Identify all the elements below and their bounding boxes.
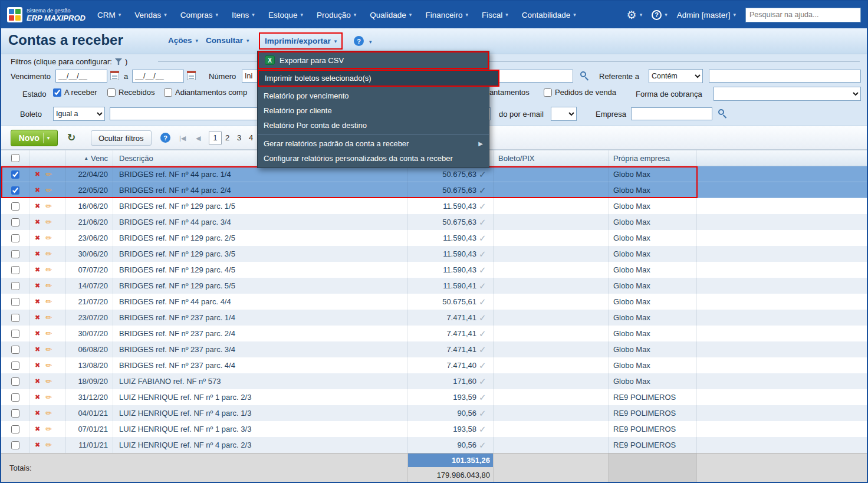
help-search-input[interactable]: [745, 8, 861, 22]
refresh-icon[interactable]: ↻: [67, 132, 75, 144]
edit-icon[interactable]: ✏: [45, 234, 52, 242]
table-row[interactable]: ✖✏30/06/20BRIDGES ref. NF nº 129 parc. 3…: [1, 246, 867, 262]
settings-menu[interactable]: ⚙▾: [627, 9, 643, 21]
row-checkbox[interactable]: [11, 170, 19, 179]
delete-icon[interactable]: ✖: [35, 441, 40, 449]
edit-icon[interactable]: ✏: [45, 265, 52, 274]
page-link[interactable]: 3: [237, 133, 241, 142]
novo-button[interactable]: Novo ▾: [11, 130, 58, 146]
search-icon[interactable]: [580, 71, 586, 77]
menu-item[interactable]: Gerar relatórios padrão da conta a receb…: [258, 134, 489, 151]
imprimir-exportar-menu[interactable]: Imprimir/exportar▾: [259, 32, 343, 50]
row-checkbox[interactable]: [11, 425, 19, 433]
topnav-menu-fiscal[interactable]: Fiscal▾: [482, 11, 508, 19]
page-link[interactable]: 2: [225, 133, 229, 142]
header-boleto[interactable]: Boleto/PIX: [494, 150, 609, 166]
topnav-menu-financeiro[interactable]: Financeiro▾: [425, 11, 468, 19]
page-link[interactable]: 4: [249, 133, 253, 142]
topnav-menu-estoque[interactable]: Estoque▾: [268, 11, 303, 19]
edit-icon[interactable]: ✏: [45, 281, 52, 290]
row-checkbox[interactable]: [11, 362, 19, 370]
prev-page-icon[interactable]: ◀: [196, 134, 200, 142]
current-page[interactable]: 1: [209, 132, 222, 144]
edit-icon[interactable]: ✏: [45, 425, 52, 433]
app-logo[interactable]: Sistema de gestão ERP MAXIPROD: [7, 7, 86, 22]
row-checkbox[interactable]: [11, 266, 19, 274]
topnav-menu-qualidade[interactable]: Qualidade▾: [370, 11, 412, 19]
email-select[interactable]: [551, 107, 577, 121]
estado-option[interactable]: Pedidos de venda: [544, 88, 616, 97]
edit-icon[interactable]: ✏: [45, 441, 52, 449]
first-page-icon[interactable]: |◀: [179, 134, 186, 142]
estado-checkbox[interactable]: [107, 88, 116, 97]
ocultar-filtros-button[interactable]: Ocultar filtros: [91, 130, 152, 146]
calendar-icon[interactable]: [187, 71, 196, 80]
table-row[interactable]: ✖✏07/01/21LUIZ HENRIQUE ref. NF nº 1 par…: [1, 421, 867, 437]
edit-icon[interactable]: ✏: [45, 361, 52, 370]
delete-icon[interactable]: ✖: [35, 314, 40, 321]
referente-select[interactable]: Contém: [649, 69, 703, 83]
estado-checkbox[interactable]: [53, 88, 61, 97]
header-empresa[interactable]: Própria empresa: [609, 150, 697, 166]
filters-legend[interactable]: Filtros (clique para configurar: ): [11, 57, 127, 66]
table-row[interactable]: ✖✏06/08/20BRIDGES ref. NF nº 237 parc. 3…: [1, 341, 867, 357]
empresa-input[interactable]: [631, 107, 712, 120]
delete-icon[interactable]: ✖: [35, 202, 40, 210]
delete-icon[interactable]: ✖: [35, 218, 40, 226]
delete-icon[interactable]: ✖: [35, 393, 40, 401]
table-row[interactable]: ✖✏16/06/20BRIDGES ref. NF nº 129 parc. 1…: [1, 198, 867, 214]
admin-menu[interactable]: Admin [master]▾: [677, 11, 736, 19]
table-row[interactable]: ✖✏22/05/20BRIDGES ref. NF nº 44 parc. 2/…: [1, 182, 867, 198]
edit-icon[interactable]: ✏: [45, 202, 52, 211]
table-row[interactable]: ✖✏18/09/20LUIZ FABIANO ref. NF nº 573171…: [1, 373, 867, 389]
delete-icon[interactable]: ✖: [35, 330, 40, 337]
table-row[interactable]: ✖✏31/12/20LUIZ HENRIQUE ref. NF nº 1 par…: [1, 389, 867, 405]
row-checkbox[interactable]: [11, 314, 19, 322]
header-venc[interactable]: ▲Venc: [66, 150, 113, 166]
edit-icon[interactable]: ✏: [45, 393, 52, 402]
edit-icon[interactable]: ✏: [45, 170, 52, 179]
row-checkbox[interactable]: [11, 218, 19, 226]
delete-icon[interactable]: ✖: [35, 234, 40, 242]
row-checkbox[interactable]: [11, 409, 19, 418]
table-row[interactable]: ✖✏23/07/20BRIDGES ref. NF nº 237 parc. 1…: [1, 310, 867, 326]
acoes-menu[interactable]: Ações▾: [168, 36, 198, 45]
menu-item[interactable]: XExportar para CSV: [258, 51, 489, 69]
vencimento-to-input[interactable]: [132, 70, 184, 83]
topnav-menu-vendas[interactable]: Vendas▾: [134, 11, 167, 19]
row-checkbox[interactable]: [11, 377, 19, 386]
edit-icon[interactable]: ✏: [45, 329, 52, 338]
row-checkbox[interactable]: [11, 186, 19, 195]
referente-input[interactable]: [709, 70, 861, 83]
delete-icon[interactable]: ✖: [35, 377, 40, 385]
vencimento-from-input[interactable]: [55, 70, 107, 83]
menu-item[interactable]: Configurar relatórios personalizados da …: [258, 151, 489, 166]
table-row[interactable]: ✖✏22/04/20BRIDGES ref. NF nº 44 parc. 1/…: [1, 166, 867, 182]
table-row[interactable]: ✖✏07/07/20BRIDGES ref. NF nº 129 parc. 4…: [1, 262, 867, 278]
delete-icon[interactable]: ✖: [35, 362, 40, 369]
topnav-menu-crm[interactable]: CRM▾: [97, 11, 121, 19]
forma-cobranca-select[interactable]: [714, 87, 861, 101]
edit-icon[interactable]: ✏: [45, 313, 52, 322]
edit-icon[interactable]: ✏: [45, 186, 52, 195]
edit-icon[interactable]: ✏: [45, 377, 52, 386]
estado-option[interactable]: A receber: [53, 88, 97, 97]
topnav-menu-contabilidade[interactable]: Contabilidade▾: [522, 11, 576, 19]
edit-icon[interactable]: ✏: [45, 345, 52, 354]
table-row[interactable]: ✖✏13/08/20BRIDGES ref. NF nº 237 parc. 4…: [1, 357, 867, 373]
row-checkbox[interactable]: [11, 441, 19, 449]
delete-icon[interactable]: ✖: [35, 282, 40, 290]
row-checkbox[interactable]: [11, 234, 19, 242]
row-checkbox[interactable]: [11, 282, 19, 290]
menu-item[interactable]: Relatório por vencimento: [258, 88, 489, 103]
row-checkbox[interactable]: [11, 202, 19, 211]
topnav-menu-itens[interactable]: Itens▾: [232, 11, 255, 19]
row-checkbox[interactable]: [11, 298, 19, 306]
edit-icon[interactable]: ✏: [45, 218, 52, 226]
edit-icon[interactable]: ✏: [45, 297, 52, 306]
estado-checkbox[interactable]: [164, 88, 172, 97]
delete-icon[interactable]: ✖: [35, 346, 40, 353]
select-all-checkbox[interactable]: [11, 154, 19, 162]
row-checkbox[interactable]: [11, 346, 19, 354]
row-checkbox[interactable]: [11, 330, 19, 338]
